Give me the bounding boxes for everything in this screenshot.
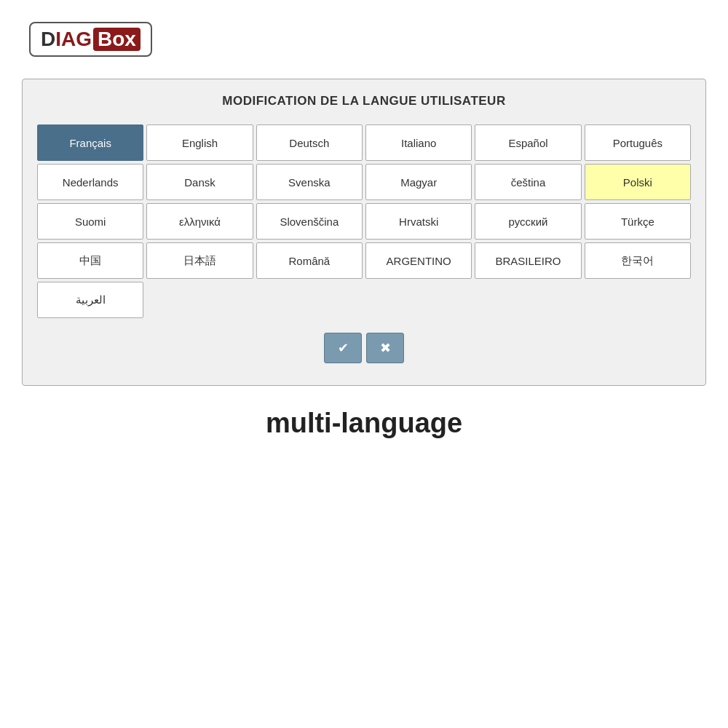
lang-btn-russian[interactable]: русский [475, 203, 581, 240]
lang-btn-turkce[interactable]: Türkçe [585, 203, 691, 240]
lang-btn-argentino[interactable]: ARGENTINO [365, 242, 472, 279]
lang-btn-romana[interactable]: Română [256, 242, 363, 279]
cancel-button[interactable]: ✖ [366, 333, 404, 363]
lang-btn-portugues[interactable]: Português [585, 124, 691, 161]
lang-btn-english[interactable]: English [146, 124, 253, 161]
logo-box-text: Box [93, 28, 141, 51]
lang-btn-svenska[interactable]: Svenska [256, 164, 363, 200]
lang-btn-magyar[interactable]: Magyar [365, 164, 472, 200]
action-bar: ✔ ✖ [37, 333, 691, 363]
lang-btn-suomi[interactable]: Suomi [37, 203, 143, 240]
confirm-button[interactable]: ✔ [324, 333, 362, 363]
lang-btn-francais[interactable]: Français [37, 124, 143, 161]
dialog-title: MODIFICATION DE LA LANGUE UTILISATEUR [37, 94, 691, 108]
language-dialog: MODIFICATION DE LA LANGUE UTILISATEUR Fr… [22, 79, 706, 386]
logo-diag-text: DIAG [41, 28, 92, 51]
lang-btn-japanese[interactable]: 日本語 [146, 242, 253, 279]
lang-btn-arabic[interactable]: العربية [37, 282, 143, 318]
lang-btn-chinese[interactable]: 中国 [37, 242, 143, 279]
lang-btn-hrvatski[interactable]: Hrvatski [365, 203, 472, 240]
lang-btn-korean[interactable]: 한국어 [585, 242, 691, 279]
lang-btn-dansk[interactable]: Dansk [146, 164, 253, 200]
lang-btn-italiano[interactable]: Italiano [365, 124, 472, 161]
lang-btn-espanol[interactable]: Español [475, 124, 581, 161]
lang-btn-deutsch[interactable]: Deutsch [256, 124, 363, 161]
language-grid: FrançaisEnglishDeutschItalianoEspañolPor… [37, 124, 691, 318]
lang-btn-nederlands[interactable]: Nederlands [37, 164, 143, 200]
diagbox-logo: DIAG Box [29, 22, 152, 57]
lang-btn-cestina[interactable]: čeština [475, 164, 581, 200]
lang-btn-slovenscina[interactable]: Slovenščina [256, 203, 363, 240]
footer-text: multi-language [0, 408, 728, 439]
lang-btn-ellhnika[interactable]: ελληνικά [146, 203, 253, 240]
lang-btn-brasileiro[interactable]: BRASILEIRO [475, 242, 581, 279]
logo-area: DIAG Box [0, 0, 728, 71]
lang-btn-polski[interactable]: Polski [585, 164, 691, 200]
